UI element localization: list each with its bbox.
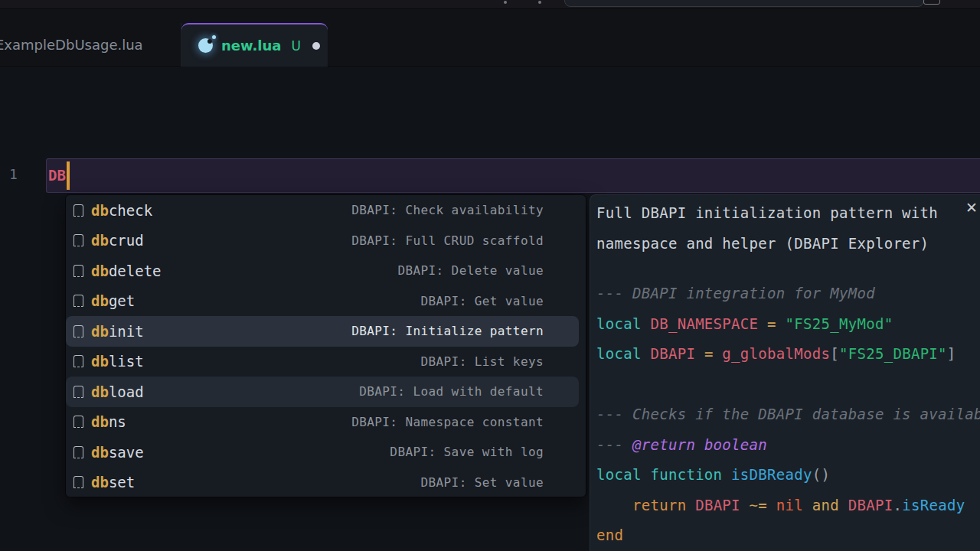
suggest-item-description: DBAPI: Initialize pattern <box>351 324 544 338</box>
snippet-icon <box>74 355 83 367</box>
doc-code-line: --- @return boolean <box>596 430 980 461</box>
suggest-item-description: DBAPI: Set value <box>420 475 544 490</box>
suggest-item-dbinit[interactable]: dbinitDBAPI: Initialize pattern <box>66 316 579 347</box>
doc-blank-line <box>596 259 980 279</box>
suggest-item-dbsave[interactable]: dbsaveDBAPI: Save with log <box>66 437 579 468</box>
suggest-item-description: DBAPI: Delete value <box>397 263 544 278</box>
command-center[interactable] <box>564 0 924 7</box>
modified-dot-icon[interactable] <box>312 42 320 50</box>
tab-label: new.lua <box>221 37 281 54</box>
suggest-item-label: dbcrud <box>91 232 144 249</box>
suggest-item-dbns[interactable]: dbnsDBAPI: Namespace constant <box>66 407 579 438</box>
suggest-docs-panel: ✕ Full DBAPI initialization pattern with… <box>590 194 980 551</box>
doc-header-line: namespace and helper (DBAPI Explorer) <box>596 229 980 259</box>
suggest-item-description: DBAPI: Get value <box>420 294 544 308</box>
suggest-item-dbload[interactable]: dbloadDBAPI: Load with default <box>66 377 579 407</box>
suggest-item-dbcrud[interactable]: dbcrudDBAPI: Full CRUD scaffold <box>66 226 579 256</box>
snippet-icon <box>74 204 83 217</box>
suggest-widget: dbcheckDBAPI: Check availabilitydbcrudDB… <box>65 194 586 497</box>
doc-content: Full DBAPI initialization pattern withna… <box>596 198 980 551</box>
suggest-item-description: DBAPI: Check availability <box>351 203 544 217</box>
doc-code-line: local DBAPI = g_globalMods["FS25_DBAPI"] <box>596 339 980 370</box>
snippet-icon <box>74 416 83 428</box>
suggest-item-label: dbdelete <box>91 262 162 279</box>
doc-code-line: return DBAPI ~= nil and DBAPI.isReady <box>596 491 980 521</box>
doc-code-line: --- Checks if the DBAPI database is avai… <box>596 399 980 430</box>
suggest-item-description: DBAPI: Save with log <box>390 445 544 459</box>
suggest-item-dblist[interactable]: dblistDBAPI: List keys <box>66 347 579 377</box>
title-bar <box>0 0 980 9</box>
suggest-item-description: DBAPI: Full CRUD scaffold <box>351 233 544 248</box>
doc-code-line: local function isDBReady() <box>596 460 980 491</box>
tab-bar: ExampleDbUsage.lua new.lua U <box>0 9 980 67</box>
snippet-icon <box>74 234 83 246</box>
suggest-item-label: dbsave <box>91 444 144 461</box>
suggest-item-dbset[interactable]: dbsetDBAPI: Set value <box>66 468 579 498</box>
text-cursor <box>67 161 70 190</box>
suggest-item-label: dbload <box>91 383 144 400</box>
suggest-item-description: DBAPI: List keys <box>420 354 544 369</box>
snippet-icon <box>74 265 83 277</box>
suggest-item-description: DBAPI: Namespace constant <box>351 415 544 429</box>
tab-exampledbusage[interactable]: ExampleDbUsage.lua <box>0 23 181 67</box>
doc-code-line: end <box>596 520 980 551</box>
snippet-icon <box>74 386 83 398</box>
tab-new-lua[interactable]: new.lua U <box>181 23 328 67</box>
snippet-icon <box>74 325 83 337</box>
snippet-icon <box>74 476 83 488</box>
doc-code-line: --- DBAPI integration for MyMod <box>596 279 980 309</box>
suggest-item-description: DBAPI: Load with default <box>359 384 544 399</box>
suggest-item-dbcheck[interactable]: dbcheckDBAPI: Check availability <box>66 195 579 226</box>
editor-text: DB <box>48 167 66 184</box>
nav-forward-icon[interactable] <box>538 1 541 4</box>
suggest-item-label: dbset <box>91 474 135 491</box>
layout-toggle-icon[interactable] <box>923 0 940 5</box>
current-line-highlight <box>46 158 980 193</box>
git-status-badge: U <box>291 38 300 54</box>
suggest-item-dbdelete[interactable]: dbdeleteDBAPI: Delete value <box>66 256 579 286</box>
tab-label: ExampleDbUsage.lua <box>0 37 143 53</box>
snippet-icon <box>74 295 83 307</box>
line-number: 1 <box>9 166 18 182</box>
lua-file-icon <box>198 38 213 53</box>
doc-code-line: local DB_NAMESPACE = "FS25_MyMod" <box>596 309 980 340</box>
editor-area[interactable]: 1 DB dbcheckDBAPI: Check availabilitydbc… <box>0 67 980 551</box>
suggest-item-dbget[interactable]: dbgetDBAPI: Get value <box>66 286 579 317</box>
doc-blank-line <box>596 370 980 400</box>
suggest-item-label: dbinit <box>91 323 144 340</box>
suggest-item-label: dbget <box>91 292 135 309</box>
snippet-icon <box>74 446 83 458</box>
suggest-item-label: dbcheck <box>91 202 152 219</box>
suggest-item-label: dbns <box>91 413 126 430</box>
doc-header-line: Full DBAPI initialization pattern with <box>596 198 980 229</box>
nav-back-icon[interactable] <box>504 1 507 4</box>
suggest-item-label: dblist <box>91 353 144 370</box>
